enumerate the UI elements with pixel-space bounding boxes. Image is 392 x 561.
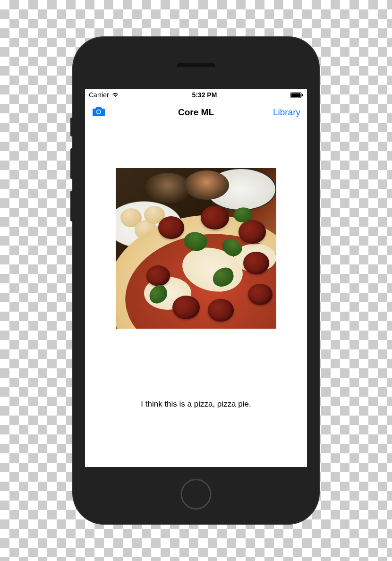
wifi-icon [111,92,119,98]
content-area: I think this is a pizza, pizza pie. [85,124,307,467]
volume-up [70,148,73,179]
phone-device-frame: Carrier 5:32 PM [73,37,319,524]
camera-button[interactable] [92,106,106,119]
home-button[interactable] [181,479,212,510]
speaker [177,63,215,67]
classification-result: I think this is a pizza, pizza pie. [141,400,251,409]
nav-title: Core ML [178,107,214,118]
status-time: 5:32 PM [192,91,217,99]
side-buttons [70,118,73,233]
status-bar: Carrier 5:32 PM [85,89,307,101]
carrier-label: Carrier [89,91,109,99]
mute-switch [70,118,73,136]
battery-icon [290,92,303,98]
screen: Carrier 5:32 PM [85,89,307,467]
status-left: Carrier [89,91,119,99]
classified-image [116,168,276,329]
library-button[interactable]: Library [273,107,300,118]
status-right [290,92,303,98]
svg-rect-1 [291,93,300,97]
svg-rect-2 [302,94,303,96]
svg-point-4 [97,110,101,113]
volume-down [70,191,73,221]
navigation-bar: Core ML Library [85,101,307,124]
